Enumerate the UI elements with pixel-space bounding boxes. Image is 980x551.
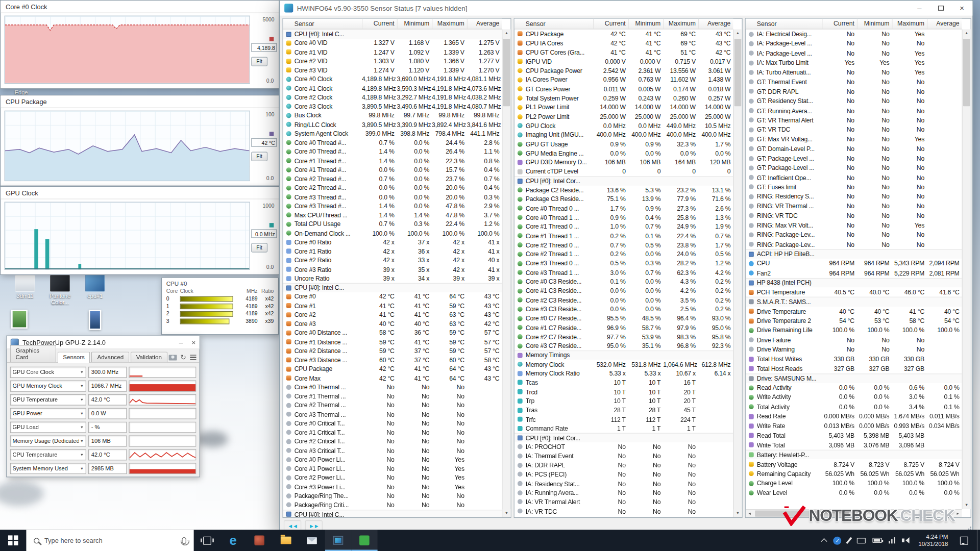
gpuz-sensor-select[interactable]: GPU Temperature▼ [10,394,86,406]
tab-graphics-card[interactable]: Graphics Card [10,345,56,362]
sensor-row[interactable]: IA: Thermal EventNoNoNo [514,452,733,461]
minimize-button[interactable]: – [179,339,183,346]
sensor-row[interactable]: IA: Turbo Attenuati...NoNoYes [746,67,962,77]
sensor-row[interactable]: Core #2 Thermal ...NoNoNo [283,401,502,410]
sensor-row[interactable]: Read Total5,403 MB5,398 MB5,403 MB [746,431,962,440]
sensor-row[interactable]: Core #1 Ratio42 x36 x42 x41 x [283,247,502,256]
sensor-row[interactable]: Core #3 C7 Reside...95.0 %35.1 %96.8 %92… [514,341,733,350]
taskbar-app-green[interactable] [351,530,377,551]
task-view-button[interactable] [194,530,220,551]
sensor-row[interactable]: Write Rate0.013 MB/s0.000 MB/s0.993 MB/s… [746,421,962,431]
sensor-row[interactable]: Core #3 Distance ...60 °C37 °C60 °C58 °C [283,356,502,365]
sensor-row[interactable]: CPU964 RPM964 RPM5,343 RPM2,094 RPM [746,259,962,268]
sensor-row[interactable]: Core #2 VID1.303 V1.080 V1.366 V1.277 V [283,57,502,66]
sensor-group-row[interactable]: CPU [#0]: Intel C... [283,30,502,39]
sensor-row[interactable]: Core #0 Thermal ...NoNoNo [283,383,502,392]
sensor-row[interactable]: Trcd10 T10 T20 T [514,387,733,396]
sensor-row[interactable]: Core #1 C7 Reside...96.9 %58.7 %97.9 %95… [514,323,733,332]
sensor-row[interactable]: Drive Temperature40 °C40 °C41 °C40 °C [746,307,962,316]
sensor-row[interactable]: GT: Running Avera...NoNoNo [746,106,962,115]
sensor-row[interactable]: Write Activity0.0 %0.0 %3.0 %0.1 % [746,392,962,402]
column-header-sensor[interactable]: Sensor [283,20,362,27]
sensor-row[interactable]: GT: Inefficient Ope...NoNoNo [746,173,962,183]
graph-window-titlebar[interactable]: CPU Package [1,95,279,108]
gpuz-sensor-select[interactable]: GPU Core Clock▼ [10,367,86,378]
taskbar-app-red[interactable] [246,530,272,551]
sensor-row[interactable]: Command Rate1 T1 T1 T [514,424,733,433]
vertical-scrollbar[interactable]: ▲ ▼ [733,30,742,517]
sensor-row[interactable]: CPU Package42 °C41 °C69 °C43 °C [514,30,733,39]
desktop-image-shortcut[interactable] [89,310,101,330]
sensor-row[interactable]: GPU D3D Memory D...106 MB106 MB164 MB120… [514,158,733,167]
sensor-row[interactable]: Write Total3,096 MB3,076 MB3,096 MB [746,440,962,450]
fit-button[interactable]: Fit [251,57,267,66]
sensor-row[interactable]: Core #0 C3 Reside...0.1 %0.0 %4.3 %0.2 % [514,277,733,286]
sensor-row[interactable]: Core #1 Critical T...NoNoNo [283,428,502,437]
sensor-row[interactable]: Total Host Reads327 GB327 GB327 GB [746,364,962,373]
sensor-row[interactable]: Package C2 Reside...13.6 %5.3 %23.2 %13.… [514,185,733,194]
sensor-row[interactable]: Trp10 T10 T20 T [514,396,733,406]
sensor-row[interactable]: CPU IA Cores42 °C41 °C69 °C43 °C [514,39,733,48]
gpuz-sensor-select[interactable]: System Memory Used▼ [10,463,86,474]
sensor-row[interactable]: IA: Electrical Desig...NoNoYes [746,30,962,39]
column-header-sensor[interactable]: Sensor [514,20,593,27]
scroll-down-arrow[interactable]: ▼ [734,509,742,517]
column-header-current[interactable]: Current [362,19,397,29]
sensor-row[interactable]: Core #0 Distance ...58 °C36 °C59 °C57 °C [283,328,502,337]
sensor-row[interactable]: Core #0 Critical T...NoNoNo [283,419,502,428]
gpuz-sensor-select[interactable]: GPU Power▼ [10,408,86,419]
show-desktop-button[interactable] [977,530,980,551]
sensor-row[interactable]: Core #3 Thread 1 ...3.0 %0.7 %62.3 %4.2 … [514,268,733,277]
sensor-row[interactable]: Core #1 Thread #...1.4 %0.0 %22.3 %0.8 % [283,156,502,165]
sensor-row[interactable]: IA: VR TDCNoNoNo [514,507,733,516]
sensor-row[interactable]: GT: VR TDCNoNoNo [746,125,962,135]
vertical-scrollbar[interactable]: ▲ ▼ [502,30,510,517]
sensor-row[interactable]: Core #0 Thread #...0.7 %0.0 %24.4 %2.8 % [283,138,502,147]
sensor-row[interactable]: Trfc112 T112 T224 T [514,415,733,424]
sensor-group-row[interactable]: CPU [#0]: Intel Cor... [514,433,733,442]
sensor-row[interactable]: Core #2 Clock4,189.8 MHz3,292.7 MHz4,191… [283,93,502,102]
refresh-icon[interactable]: ↻ [181,354,186,360]
column-header-maximum[interactable]: Maximum [892,19,927,29]
sensor-row[interactable]: Core #042 °C41 °C64 °C43 °C [283,292,502,301]
sensor-group-row[interactable]: CPU [#0]: Intel C... [283,283,502,292]
sensor-row[interactable]: RING: Package-Lev...NoNoNo [746,230,962,240]
sensor-row[interactable]: Core #241 °C41 °C63 °C43 °C [283,310,502,319]
sensor-row[interactable]: Core #340 °C40 °C63 °C42 °C [283,319,502,329]
column-header-minimum[interactable]: Minimum [628,19,664,29]
sensor-row[interactable]: Core #3 Thermal ...NoNoNo [283,410,502,419]
sensor-row[interactable]: Drive Remaining Life100.0 %100.0 %100.0 … [746,325,962,335]
sensor-row[interactable]: Current cTDP Level0000 [514,167,733,176]
sensor-row[interactable]: IA: DDR RAPLNoNoNo [514,461,733,470]
sensor-row[interactable]: Core #3 Thread #...0.0 %0.0 %20.0 %0.3 % [283,192,502,202]
sensor-row[interactable]: Core #141 °C41 °C59 °C43 °C [283,301,502,310]
sensor-row[interactable]: Read Rate0.000 MB/s0.000 MB/s1.674 MB/s0… [746,412,962,421]
sensor-row[interactable]: IA: Package-Level ...NoNoNo [746,39,962,48]
sensor-row[interactable]: Core #3 Clock3,890.5 MHz3,490.6 MHz4,191… [283,102,502,111]
sensor-row[interactable]: Core #1 Power Li...NoNoYes [283,464,502,473]
sensor-row[interactable]: iGPU VID0.000 V0.000 V0.715 V0.017 V [514,57,733,66]
sensor-row[interactable]: Drive FailureNoNoNo [746,335,962,345]
sensor-row[interactable]: Core #2 Thread 1 ...0.2 %0.0 %24.0 %0.5 … [514,249,733,259]
sensor-row[interactable]: IA Cores Power0.956 W0.763 W11.602 W1.43… [514,75,733,84]
graph-window-titlebar[interactable]: Core #0 Clock [1,1,279,13]
sensor-row[interactable]: Core #1 C3 Reside...0.0 %0.0 %4.2 %0.2 % [514,286,733,295]
sensor-row[interactable]: Core #2 Ratio42 x33 x42 x40 x [283,256,502,265]
volume-icon[interactable] [902,537,910,543]
gpuz-sensor-select[interactable]: GPU Load▼ [10,422,86,433]
sensor-row[interactable]: Core #0 Thread 0 ...1.7 %0.9 %27.3 %2.6 … [514,204,733,213]
sensor-group-row[interactable]: Drive: SAMSUNG M... [746,373,962,383]
sensor-row[interactable]: Core #2 Thread 0 ...0.7 %0.5 %23.8 %1.7 … [514,240,733,249]
column-header-current[interactable]: Current [593,19,628,29]
sensor-group-row[interactable]: CPU [#0]: Intel C... [283,510,502,517]
close-button[interactable]: × [191,339,195,346]
pen-icon[interactable] [846,537,852,544]
sensor-row[interactable]: Memory Clock Ratio5.33 x5.33 x10.67 x6.1… [514,369,733,378]
taskbar-hwinfo[interactable] [325,530,351,551]
sensor-row[interactable]: Total System Power0.259 W0.243 W0.260 W0… [514,93,733,103]
sensor-row[interactable]: Package C3 Reside...75.1 %13.9 %77.9 %71… [514,194,733,204]
sensor-row[interactable]: Core #2 Power Li...NoNoYes [283,473,502,483]
sensor-row[interactable]: Core #1 Thermal ...NoNoNo [283,392,502,401]
sensor-row[interactable]: Drive Temperature 254 °C53 °C58 °C54 °C [746,316,962,325]
scroll-down-arrow[interactable]: ▼ [502,509,510,517]
